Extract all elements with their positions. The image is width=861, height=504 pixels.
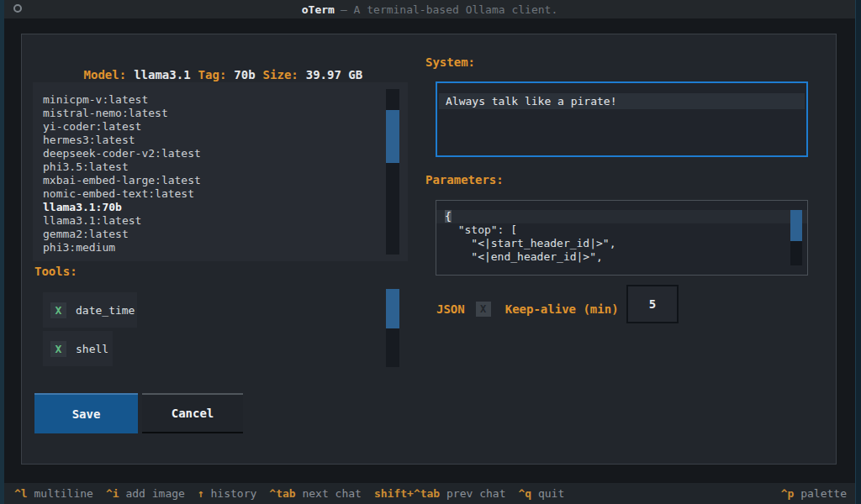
shortcut-label: multiline (34, 487, 92, 500)
cancel-button[interactable]: Cancel (142, 393, 243, 433)
shortcut-label: prev chat (446, 487, 505, 500)
parameters-input[interactable]: { "stop": [ "<|start_header_id|>", "<|en… (436, 200, 808, 276)
shortcut-prev-chat[interactable]: shift+^tab prev chat (374, 487, 506, 500)
shortcut-label: quit (538, 487, 564, 500)
size-label: Size: (263, 68, 298, 81)
model-list-item[interactable]: yi-coder:latest (33, 120, 408, 134)
options-row: JSON X Keep-alive (min) 5 (436, 289, 808, 329)
tools-scrollbar[interactable] (386, 289, 399, 367)
json-checkbox[interactable]: X (476, 302, 491, 317)
shortcut-key: ^i (106, 487, 119, 500)
tag-value: 70b (234, 68, 255, 81)
shortcut-next-chat[interactable]: ^tab next chat (269, 487, 362, 500)
right-edge-decoration (855, 0, 861, 504)
model-list-item-selected[interactable]: llama3.1:70b (33, 201, 408, 214)
model-label: Model: (84, 68, 127, 81)
up-arrow-icon: ↑ (198, 487, 204, 500)
window-circle-icon (13, 4, 22, 13)
parameters-line[interactable]: "stop": [ (436, 223, 807, 237)
system-label: System: (425, 55, 475, 69)
model-list-item[interactable]: hermes3:latest (33, 134, 408, 147)
shortcut-key: ^p (781, 487, 795, 500)
checkbox-checked-icon[interactable]: X (50, 302, 66, 318)
parameters-scrollbar-thumb[interactable] (790, 210, 802, 241)
app-name: oTerm (302, 3, 335, 16)
left-edge-decoration (0, 0, 4, 504)
shortcut-label: next chat (302, 487, 361, 500)
model-list-scrollbar[interactable] (386, 89, 399, 255)
shortcut-key: ^l (14, 487, 28, 500)
parameters-line[interactable]: "<|end_header_id|>", (436, 250, 807, 264)
footer-shortcut-bar: ^l multiline ^i add image ↑ history ^tab… (4, 483, 855, 504)
system-prompt-input[interactable]: Always talk like a pirate! (436, 81, 808, 157)
keepalive-input[interactable]: 5 (626, 285, 679, 323)
tool-checkbox-date-time[interactable]: X date_time (43, 292, 137, 328)
shortcut-quit[interactable]: ^q quit (518, 487, 564, 500)
tool-label: shell (76, 343, 108, 355)
tool-checkbox-shell[interactable]: X shell (43, 331, 113, 366)
text-cursor: { (445, 210, 452, 223)
parameters-line[interactable]: "<|start_header_id|>", (436, 237, 807, 250)
terminal-screen: oTerm — A terminal-based Ollama client. … (0, 0, 861, 504)
model-list-item[interactable]: deepseek-coder-v2:latest (33, 147, 408, 160)
checkbox-checked-icon[interactable]: X (50, 341, 66, 357)
shortcut-label: add image (125, 487, 184, 500)
model-list-item[interactable]: minicpm-v:latest (33, 93, 408, 107)
shortcut-label: history (211, 487, 257, 500)
tools-label: Tools: (34, 265, 77, 278)
model-list-scrollbar-thumb[interactable] (386, 110, 399, 163)
shortcut-history[interactable]: ↑ history (198, 487, 256, 500)
system-prompt-text[interactable]: Always talk like a pirate! (439, 93, 805, 109)
shortcut-add-image[interactable]: ^i add image (106, 487, 185, 500)
model-list-item[interactable]: nomic-embed-text:latest (33, 187, 408, 201)
shortcut-key: ^q (518, 487, 531, 500)
save-button[interactable]: Save (34, 393, 138, 433)
parameters-scrollbar[interactable] (790, 210, 802, 265)
model-settings-dialog: Model:llama3.1Tag:70bSize:39.97 GB minic… (21, 34, 837, 465)
shortcut-label: palette (800, 487, 847, 500)
model-list-item[interactable]: mxbai-embed-large:latest (33, 174, 408, 187)
tools-scrollbar-thumb[interactable] (386, 289, 399, 328)
app-subtitle: — A terminal-based Ollama client. (341, 3, 557, 16)
model-list-item[interactable]: gemma2:latest (33, 228, 408, 241)
parameters-line[interactable]: { (436, 210, 807, 223)
keepalive-label: Keep-alive (min) (505, 302, 619, 316)
shortcut-palette[interactable]: ^p palette (781, 487, 847, 500)
model-list[interactable]: minicpm-v:latest mistral-nemo:latest yi-… (33, 82, 408, 261)
size-value: 39.97 GB (306, 68, 362, 81)
title-bar: oTerm — A terminal-based Ollama client. (4, 0, 855, 18)
shortcut-key: ^tab (269, 487, 295, 500)
parameters-label: Parameters: (425, 173, 504, 186)
tag-label: Tag: (198, 68, 227, 81)
json-label: JSON (436, 302, 465, 316)
model-list-item[interactable]: mistral-nemo:latest (33, 107, 408, 120)
shortcut-key: shift+^tab (374, 487, 440, 500)
shortcut-multiline[interactable]: ^l multiline (14, 487, 93, 500)
model-list-item[interactable]: llama3.1:latest (33, 214, 408, 228)
tool-label: date_time (76, 304, 135, 317)
model-list-item[interactable]: phi3.5:latest (33, 160, 408, 174)
model-list-items: minicpm-v:latest mistral-nemo:latest yi-… (33, 82, 408, 255)
model-list-item[interactable]: phi3:medium (33, 241, 408, 255)
model-value: llama3.1 (134, 68, 190, 81)
